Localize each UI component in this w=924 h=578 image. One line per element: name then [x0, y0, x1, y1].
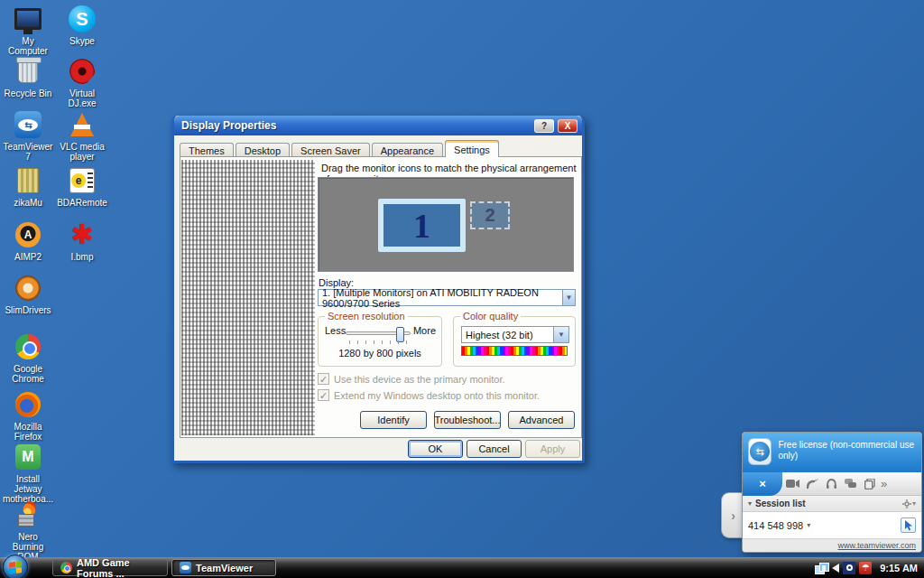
icon-label: I.bmp: [56, 252, 108, 262]
desktop-icon-chrome[interactable]: Google Chrome: [2, 332, 54, 384]
desktop-icon-zikamu[interactable]: zikaMu: [2, 166, 54, 208]
desktop-icon-jetway[interactable]: M Install Jetway motherboa...: [2, 443, 54, 504]
icon-label: BDARemote: [56, 198, 108, 208]
color-quality-select[interactable]: Highest (32 bit) ▼: [461, 326, 569, 343]
volume-icon[interactable]: [832, 564, 839, 573]
tab-appearance[interactable]: Appearance: [372, 143, 443, 157]
system-tray: ☂ 9:15 AM: [815, 557, 920, 578]
desktop-icon-aimp2[interactable]: A AIMP2: [2, 220, 54, 262]
remote-control-button[interactable]: [901, 517, 916, 533]
primary-monitor-label: Use this device as the primary monitor.: [334, 374, 505, 385]
copy-files-icon[interactable]: [864, 479, 875, 489]
desktop-icon-my-computer[interactable]: My Computer: [2, 5, 54, 56]
chevron-down-icon[interactable]: ▼: [553, 327, 568, 342]
resolution-slider[interactable]: [346, 331, 411, 335]
settings-tab-panel: Drag the monitor icons to match the phys…: [180, 156, 582, 438]
help-button[interactable]: ?: [534, 119, 554, 133]
chevron-right-icon: ›: [731, 508, 735, 523]
slider-ticks: [349, 340, 414, 344]
teamviewer-link[interactable]: www.teamviewer.com: [837, 541, 916, 550]
chevron-down-icon[interactable]: ▼: [562, 290, 575, 305]
monitor-arrangement-area: 1 2: [318, 177, 574, 272]
desktop-icon-recycle-bin[interactable]: Recycle Bin: [2, 57, 54, 98]
screen-resolution-caption: Screen resolution: [325, 311, 408, 322]
advanced-button[interactable]: Advanced: [508, 411, 575, 429]
bitmap-splat-icon: ✱: [70, 222, 93, 247]
more-tools-icon[interactable]: »: [881, 477, 887, 490]
session-row[interactable]: 414 548 998 ▾: [743, 512, 921, 538]
teamviewer-logo: ⇆: [748, 438, 772, 465]
desktop-icon-skype[interactable]: S Skype: [56, 5, 108, 46]
close-button[interactable]: X: [558, 119, 578, 133]
recycle-bin-icon: [18, 60, 38, 83]
session-list-label: Session list: [755, 499, 806, 508]
desktop-icon-teamviewer[interactable]: ⇆ TeamViewer 7: [2, 110, 54, 162]
bdaremote-icon: e: [69, 168, 95, 193]
desktop-icon-bdaremote[interactable]: e BDARemote: [56, 166, 108, 208]
session-settings-button[interactable]: ▾: [902, 499, 916, 508]
video-camera-icon[interactable]: [786, 479, 799, 489]
phone-icon[interactable]: [807, 479, 818, 489]
avira-antivirus-icon[interactable]: ☂: [859, 562, 872, 574]
nero-icon: [16, 503, 40, 527]
troubleshoot-button[interactable]: Troubleshoot...: [434, 411, 501, 429]
tab-strip: Themes Desktop Screen Saver Appearance S…: [180, 141, 501, 157]
teamviewer-header: ⇆ Free license (non-commercial use only): [743, 433, 921, 472]
icon-label: VLC media player: [56, 142, 108, 162]
checkbox-checked-disabled[interactable]: ✓: [318, 389, 329, 401]
ok-button[interactable]: OK: [408, 440, 463, 458]
monitor-2[interactable]: 2: [470, 201, 510, 229]
icon-label: Google Chrome: [2, 364, 54, 384]
task-button-teamviewer[interactable]: TeamViewer: [171, 559, 276, 576]
tab-desktop[interactable]: Desktop: [236, 143, 290, 157]
close-session-button[interactable]: ×: [743, 472, 782, 496]
firefox-icon: [15, 392, 41, 417]
color-quality-caption: Color quality: [460, 311, 521, 322]
icon-label: Recycle Bin: [2, 89, 54, 98]
gear-icon: [902, 499, 911, 508]
task-button-amd-game-forums[interactable]: AMD Game Forums ...: [52, 559, 168, 576]
vlc-cone-icon: [70, 113, 94, 136]
taskbar: AMD Game Forums ... TeamViewer ☂ 9:15 AM: [0, 557, 924, 578]
desktop-icon-vlc[interactable]: VLC media player: [56, 110, 108, 162]
desktop-icon-slimdrivers[interactable]: SlimDrivers: [2, 274, 54, 315]
aimp2-icon: A: [15, 222, 41, 247]
tab-settings[interactable]: Settings: [445, 140, 499, 157]
dialog-titlebar[interactable]: Display Properties ? X: [174, 116, 582, 135]
chat-icon[interactable]: [845, 479, 857, 489]
teamviewer-icon: [180, 562, 191, 573]
wireless-icon[interactable]: [843, 562, 855, 574]
screen-resolution-group: Screen resolution Less More 1280 by 800 …: [318, 316, 442, 367]
icon-label: Mozilla Firefox: [2, 422, 54, 442]
session-id: 414 548 998: [748, 520, 803, 531]
apply-button[interactable]: Apply: [525, 440, 580, 458]
icon-label: My Computer: [2, 36, 54, 56]
icon-label: TeamViewer 7: [2, 142, 54, 162]
start-button[interactable]: [3, 555, 28, 578]
extend-desktop-checkbox-row: ✓ Extend my Windows desktop onto this mo…: [318, 389, 540, 401]
tab-themes[interactable]: Themes: [180, 143, 234, 157]
display-select[interactable]: 1. [Multiple Monitors] on ATI MOBILITY R…: [318, 289, 576, 306]
teamviewer-panel: ⇆ Free license (non-commercial use only)…: [742, 432, 922, 553]
teamviewer-toolbar: × »: [743, 472, 921, 496]
checkbox-checked-disabled[interactable]: ✓: [318, 373, 329, 385]
color-quality-group: Color quality Highest (32 bit) ▼: [453, 316, 576, 367]
icon-label: Virtual DJ.exe: [56, 89, 108, 108]
slider-less-label: Less: [325, 325, 346, 336]
icon-label: zikaMu: [2, 198, 54, 208]
teamviewer-icon: ⇆: [14, 111, 42, 138]
color-quality-value: Highest (32 bit): [466, 330, 533, 340]
headset-icon[interactable]: [826, 479, 837, 489]
desktop-icon-firefox[interactable]: Mozilla Firefox: [2, 390, 54, 442]
desktop-icon-virtual-dj[interactable]: Virtual DJ.exe: [56, 57, 108, 108]
identify-button[interactable]: Identify: [360, 411, 427, 429]
tab-screen-saver[interactable]: Screen Saver: [291, 143, 370, 157]
cancel-button[interactable]: Cancel: [467, 440, 522, 458]
extend-desktop-label: Extend my Windows desktop onto this moni…: [334, 390, 540, 401]
desktop: My Computer S Skype Recycle Bin Virtual …: [0, 0, 924, 578]
monitor-1[interactable]: 1: [378, 199, 466, 252]
desktop-icon-ibmp[interactable]: ✱ I.bmp: [56, 220, 108, 262]
session-list-header[interactable]: ▾ Session list ▾: [743, 496, 921, 512]
taskbar-clock[interactable]: 9:15 AM: [880, 563, 918, 573]
resolution-value: 1280 by 800 pixels: [319, 348, 441, 359]
